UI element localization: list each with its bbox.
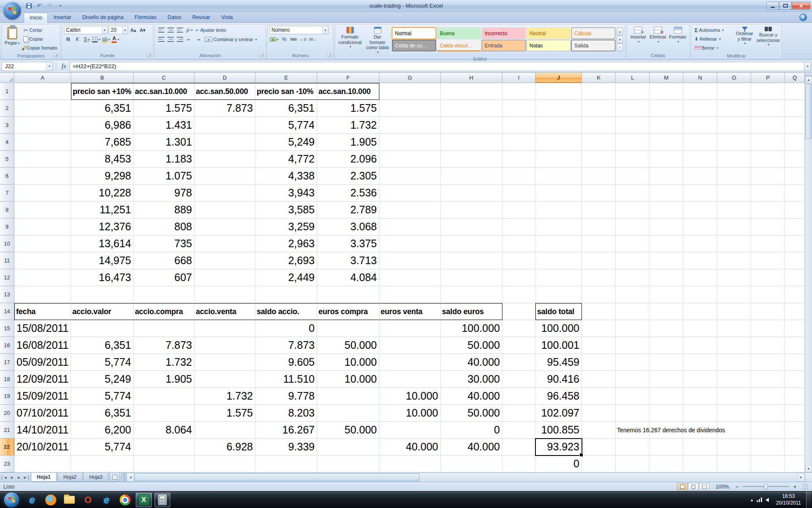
vertical-split-handle[interactable]	[805, 73, 812, 76]
row-header-12[interactable]: 12	[0, 269, 14, 286]
cell-P22[interactable]	[751, 439, 785, 456]
cell-style-incorrecto[interactable]: Incorrecto	[482, 28, 526, 39]
cell-P16[interactable]	[751, 337, 785, 354]
column-header-O[interactable]: O	[717, 73, 751, 83]
cell-E10[interactable]: 2,963	[255, 235, 317, 252]
cell-J10[interactable]	[535, 235, 582, 252]
cell-Q8[interactable]	[785, 202, 805, 218]
grow-font-button[interactable]: A▴	[129, 26, 137, 34]
row-header-2[interactable]: 2	[0, 100, 14, 117]
cell-B20[interactable]: 6,351	[71, 405, 134, 422]
cell-E6[interactable]: 4,338	[255, 168, 317, 185]
tab-datos[interactable]: Datos	[162, 13, 187, 22]
cell-I8[interactable]	[502, 202, 535, 218]
cell-H7[interactable]	[441, 185, 502, 202]
cell-J12[interactable]	[535, 269, 582, 286]
cell-E8[interactable]: 3,585	[255, 202, 317, 218]
taskbar-explorer-button[interactable]	[61, 493, 77, 507]
show-hidden-icons-button[interactable]: ▲	[748, 497, 756, 503]
cell-I5[interactable]	[502, 151, 535, 168]
cell-C21[interactable]: 8.064	[134, 422, 195, 439]
cell-K23[interactable]	[582, 456, 616, 472]
cell-J20[interactable]: 102.097	[535, 405, 582, 422]
column-header-D[interactable]: D	[195, 73, 255, 83]
cell-K17[interactable]	[582, 354, 616, 371]
column-header-P[interactable]: P	[751, 73, 785, 83]
cell-F22[interactable]	[317, 439, 379, 456]
cell-B1[interactable]: precio san +10%	[71, 83, 134, 100]
row-header-17[interactable]: 17	[0, 354, 14, 371]
cell-E3[interactable]: 5,774	[255, 117, 317, 134]
cell-E9[interactable]: 3,259	[255, 218, 317, 235]
taskbar-opera-button[interactable]: O	[80, 493, 96, 507]
cell-Q23[interactable]	[785, 456, 805, 472]
cell-C8[interactable]: 889	[134, 202, 195, 218]
shrink-font-button[interactable]: A▾	[138, 26, 147, 34]
cell-A9[interactable]	[14, 218, 71, 235]
row-header-15[interactable]: 15	[0, 320, 14, 337]
cell-P2[interactable]	[751, 100, 785, 117]
cell-I22[interactable]	[502, 439, 535, 456]
cell-G3[interactable]	[379, 117, 441, 134]
cell-N23[interactable]	[683, 456, 717, 472]
underline-button[interactable]: S	[82, 35, 91, 44]
number-dialog-launcher[interactable]	[327, 53, 332, 58]
sheet-tab-hoja3[interactable]: Hoja3	[83, 473, 108, 482]
align-left-button[interactable]	[157, 35, 165, 44]
horizontal-scrollbar[interactable]: ◄ ►	[126, 473, 805, 482]
cell-N6[interactable]	[683, 168, 717, 185]
cell-G7[interactable]	[379, 185, 441, 202]
cell-M23[interactable]	[650, 456, 683, 472]
cell-N19[interactable]	[683, 388, 717, 405]
cell-D4[interactable]	[195, 134, 255, 151]
row-header-16[interactable]: 16	[0, 337, 14, 354]
taskbar-calculator-button[interactable]	[154, 493, 170, 507]
cell-F7[interactable]: 2.536	[317, 185, 379, 202]
vertical-scroll-track[interactable]	[805, 139, 812, 465]
italic-button[interactable]: K	[73, 35, 82, 44]
cell-B22[interactable]: 5,774	[71, 439, 134, 456]
cell-G6[interactable]	[379, 168, 441, 185]
taskbar-chrome-button[interactable]	[117, 493, 133, 507]
cell-C16[interactable]: 7.873	[134, 337, 195, 354]
cell-F8[interactable]: 2.789	[317, 202, 379, 218]
cell-M16[interactable]	[650, 337, 683, 354]
vertical-scroll-thumb[interactable]	[806, 84, 812, 139]
cell-style-neutral[interactable]: Neutral	[527, 28, 571, 39]
wrap-text-button[interactable]: ↵Ajustar texto	[194, 26, 228, 34]
cell-J5[interactable]	[535, 151, 582, 168]
cell-O7[interactable]	[717, 185, 751, 202]
cell-I11[interactable]	[502, 252, 535, 269]
cell-G19[interactable]: 10.000	[379, 388, 441, 405]
cell-B16[interactable]: 6,351	[71, 337, 134, 354]
cell-G2[interactable]	[379, 100, 441, 117]
cell-L16[interactable]	[616, 337, 650, 354]
cell-C18[interactable]: 1.905	[134, 371, 195, 388]
cell-N8[interactable]	[683, 202, 717, 218]
cell-C12[interactable]: 607	[134, 269, 195, 286]
cell-M2[interactable]	[650, 100, 683, 117]
cell-I12[interactable]	[502, 269, 535, 286]
cell-H8[interactable]	[441, 202, 502, 218]
cell-F5[interactable]: 2.096	[317, 151, 379, 168]
row-header-14[interactable]: 14	[0, 303, 14, 320]
cell-H9[interactable]	[441, 218, 502, 235]
cell-L21[interactable]: Tenemos 16.267 derechos de dividendos	[616, 422, 650, 439]
cell-Q21[interactable]	[785, 422, 805, 439]
font-size-combo[interactable]: 20▾	[109, 26, 128, 34]
cell-D6[interactable]	[195, 168, 255, 185]
cell-K7[interactable]	[582, 185, 616, 202]
cell-E7[interactable]: 3,943	[255, 185, 317, 202]
bold-button[interactable]: N	[64, 35, 72, 44]
row-header-9[interactable]: 9	[0, 218, 14, 235]
cell-B13[interactable]	[71, 286, 134, 303]
row-header-6[interactable]: 6	[0, 168, 14, 185]
horizontal-scroll-thumb[interactable]	[134, 473, 420, 481]
previous-sheet-button[interactable]: ◄	[8, 473, 15, 482]
cell-J6[interactable]	[535, 168, 582, 185]
show-desktop-button[interactable]	[806, 491, 811, 508]
taskbar-ie-secondary-button[interactable]: e	[99, 493, 115, 507]
tab-diseño-de-página[interactable]: Diseño de página	[77, 13, 129, 22]
cell-C23[interactable]	[134, 456, 195, 472]
cell-M22[interactable]	[650, 439, 683, 456]
